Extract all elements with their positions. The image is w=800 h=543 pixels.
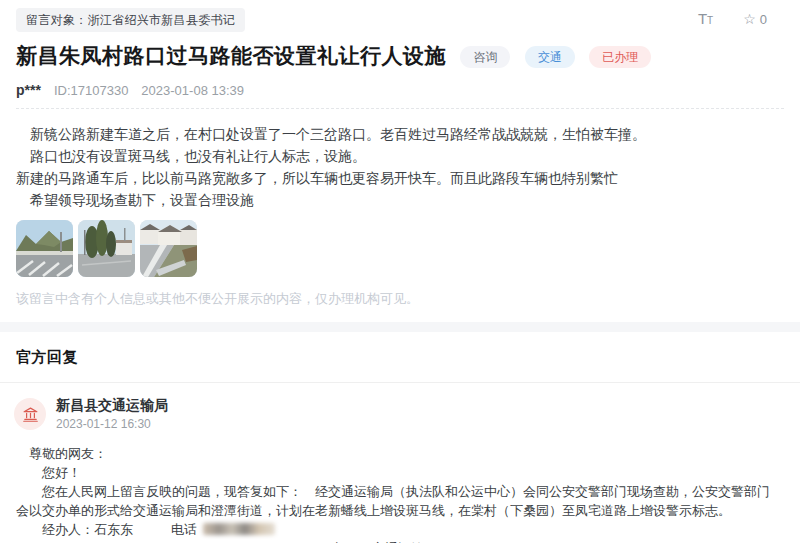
official-reply-header: 官方回复 [0, 332, 800, 383]
official-reply-card: 新昌县交通运输局 2023-01-12 16:30 尊敬的网友： 您好！ 您在人… [0, 383, 800, 543]
village-road-guardrail-photo-image [140, 220, 197, 277]
reply-body: 尊敬的网友： 您好！ 您在人民网上留言反映的问题，现答复如下： 经交通运输局（执… [14, 444, 784, 543]
operator-row: 经办人：石东东电话 [16, 520, 782, 539]
message-line: 希望领导现场查勘下，设置合理设施 [16, 189, 784, 211]
author-name: p*** [16, 82, 41, 98]
reply-agency-row: 新昌县交通运输局 2023-01-12 16:30 [14, 397, 784, 431]
message-detail-page: 留言对象：浙江省绍兴市新昌县委书记 TT ☆ 0 新昌朱凤村路口过马路能否设置礼… [0, 0, 800, 543]
message-line: 新镜公路新建车道之后，在村口处设置了一个三岔路口。老百姓过马路经常战战兢兢，生怕… [16, 123, 784, 145]
status-badge: 已办理 [589, 46, 651, 68]
privacy-note: 该留言中含有个人信息或其他不便公开展示的内容，仅办理机构可见。 [16, 290, 784, 308]
message-target-badge: 留言对象：浙江省绍兴市新昌县委书记 [16, 8, 245, 32]
author-id: ID:17107330 [54, 83, 128, 98]
road-crosswalk-mountain-photo-image [16, 220, 73, 277]
agency-avatar [14, 398, 46, 430]
roadside-trees-photo[interactable] [78, 220, 135, 277]
message-body: 新镜公路新建车道之后，在村口处设置了一个三岔路口。老百姓过马路经常战战兢兢，生怕… [16, 109, 784, 211]
font-size-small-letter: T [707, 15, 713, 26]
favorite-button[interactable]: ☆ 0 [743, 12, 767, 27]
agency-name: 新昌县交通运输局 [56, 397, 168, 413]
reply-timestamp: 2023-01-12 16:30 [56, 417, 168, 431]
page-controls: TT ☆ 0 [698, 10, 767, 28]
star-icon: ☆ [743, 12, 756, 26]
title-row: 新昌朱凤村路口过马路能否设置礼让行人设施 咨询 交通 已办理 [16, 42, 784, 70]
attachment-photos [16, 220, 784, 277]
road-crosswalk-mountain-photo[interactable] [16, 220, 73, 277]
post-timestamp: 2023-01-08 13:39 [141, 83, 244, 98]
operator-name: 经办人：石东东 [16, 522, 133, 537]
phone-label: 电话 [171, 522, 197, 537]
village-road-guardrail-photo[interactable] [140, 220, 197, 277]
government-building-icon [22, 406, 39, 423]
agency-meta: 新昌县交通运输局 2023-01-12 16:30 [56, 397, 168, 431]
favorite-count: 0 [760, 12, 767, 27]
post-title: 新昌朱凤村路口过马路能否设置礼让行人设施 [16, 44, 446, 67]
signature-agency: 新昌县交通运输局 [16, 539, 782, 543]
message-line: 新建的马路通车后，比以前马路宽敞多了，所以车辆也更容易开快车。而且此路段车辆也特… [16, 167, 784, 189]
redacted-phone-number [203, 523, 275, 535]
font-size-big-letter: T [698, 10, 707, 27]
post-meta-row: p*** ID:17107330 2023-01-08 13:39 [16, 82, 784, 109]
reply-salutation: 尊敬的网友： [16, 444, 782, 463]
roadside-trees-photo-image [78, 220, 135, 277]
official-reply-title: 官方回复 [16, 348, 78, 365]
reply-text: 您在人民网上留言反映的问题，现答复如下： 经交通运输局（执法队和公运中心）会同公… [16, 482, 782, 520]
tag-category[interactable]: 咨询 [460, 46, 510, 68]
font-size-toggle-icon[interactable]: TT [698, 10, 713, 28]
section-divider [0, 322, 800, 332]
tag-field[interactable]: 交通 [525, 46, 575, 68]
message-line: 路口也没有设置斑马线，也没有礼让行人标志，设施。 [16, 145, 784, 167]
post-section: 留言对象：浙江省绍兴市新昌县委书记 TT ☆ 0 新昌朱凤村路口过马路能否设置礼… [0, 0, 800, 308]
reply-greeting: 您好！ [16, 463, 782, 482]
